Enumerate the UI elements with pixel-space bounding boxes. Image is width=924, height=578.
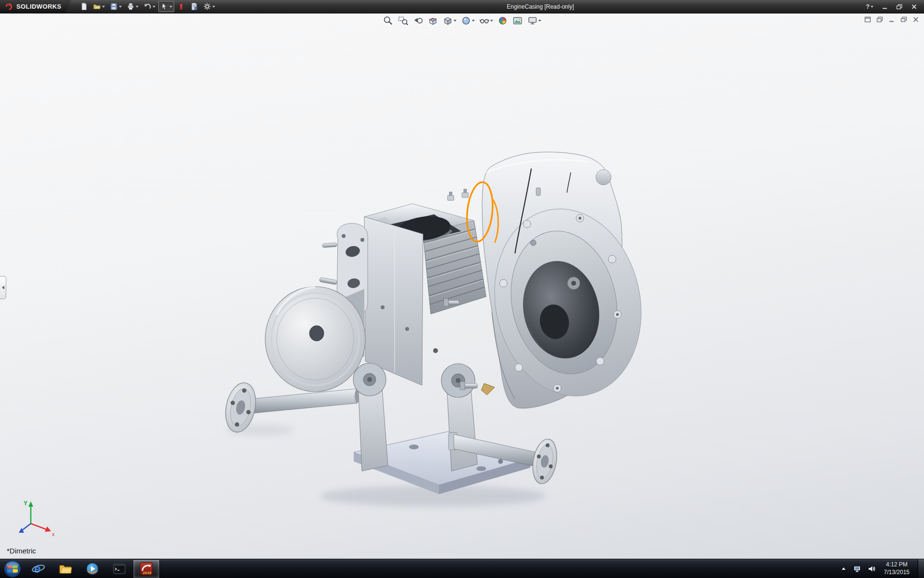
zoom-to-area-icon xyxy=(398,15,409,26)
new-document-button[interactable] xyxy=(78,1,90,12)
taskbar-item-windows-explorer[interactable] xyxy=(52,559,79,578)
network-icon xyxy=(853,565,861,573)
taskbar-item-solidworks[interactable]: 2015 xyxy=(133,559,160,578)
chevron-up-icon xyxy=(840,565,847,572)
taskbar-item-command-prompt[interactable] xyxy=(106,559,133,578)
desktop: SOLIDWORKS xyxy=(0,0,924,578)
section-view-icon xyxy=(428,15,438,26)
hidden-icons-button[interactable] xyxy=(839,565,848,573)
tray-clock[interactable]: 4:12 PM 7/13/2015 xyxy=(881,561,912,576)
doc-new-window-button[interactable] xyxy=(863,15,872,23)
dropdown-arrow-icon xyxy=(871,6,873,8)
options-gear-icon xyxy=(203,2,211,11)
zoom-to-area-button[interactable] xyxy=(397,14,410,27)
apply-scene-button[interactable] xyxy=(511,14,525,27)
orientation-triad: Y x xyxy=(11,499,59,544)
window-title: EngineCasing [Read-only] xyxy=(217,3,864,10)
doc-minimize-button[interactable] xyxy=(887,15,896,23)
command-prompt-icon xyxy=(112,562,127,576)
close-icon xyxy=(911,4,917,10)
previous-view-icon xyxy=(413,15,424,26)
graphics-area[interactable]: Y x *Dimetric xyxy=(0,13,924,559)
previous-view-button[interactable] xyxy=(411,14,425,27)
dropdown-arrow-icon xyxy=(454,20,457,22)
doc-cascade-button[interactable] xyxy=(875,15,884,23)
zoom-to-fit-button[interactable] xyxy=(382,14,395,27)
solidworks-logo-icon xyxy=(4,2,13,12)
hide-show-items-button[interactable] xyxy=(478,14,495,27)
dropdown-arrow-icon xyxy=(212,6,215,8)
apply-scene-icon xyxy=(513,15,523,26)
triad-x-label: x xyxy=(52,531,55,537)
rebuild-button[interactable] xyxy=(175,1,187,12)
rebuild-bar-icon xyxy=(177,2,185,11)
dropdown-arrow-icon xyxy=(539,20,541,22)
save-icon xyxy=(110,2,118,11)
undo-icon xyxy=(143,2,152,11)
undo-button[interactable] xyxy=(141,1,157,12)
dropdown-arrow-icon xyxy=(490,20,493,22)
minimize-button[interactable] xyxy=(880,1,890,12)
view-orientation-button[interactable] xyxy=(441,14,458,27)
select-button[interactable] xyxy=(158,1,174,12)
feature-manager-flyout-tab[interactable] xyxy=(0,276,6,299)
window-controls: ? xyxy=(864,1,924,12)
taskbar-item-internet-explorer[interactable]: e xyxy=(25,559,52,578)
edit-appearance-button[interactable] xyxy=(496,14,510,27)
help-label: ? xyxy=(866,3,870,10)
start-button[interactable] xyxy=(0,559,25,578)
doc-restore-button[interactable] xyxy=(899,15,908,23)
network-tray-button[interactable] xyxy=(852,564,862,574)
help-button[interactable]: ? xyxy=(864,1,875,12)
tray-date: 7/13/2015 xyxy=(884,569,910,577)
engine-casing-model xyxy=(0,13,924,559)
document-window-controls xyxy=(863,15,920,23)
doc-close-button[interactable] xyxy=(911,15,920,23)
zoom-to-fit-icon xyxy=(383,15,394,26)
display-style-icon xyxy=(461,15,472,26)
app-name: SOLIDWORKS xyxy=(16,3,62,10)
taskbar-apps: e xyxy=(0,559,160,578)
left-shaft xyxy=(221,380,359,435)
show-desktop-button[interactable] xyxy=(918,559,924,578)
doc-minimize-icon xyxy=(888,16,895,23)
minimize-icon xyxy=(882,4,888,10)
flywheel-cover xyxy=(265,287,365,392)
hide-show-items-icon xyxy=(479,15,490,26)
dropdown-arrow-icon xyxy=(153,6,155,8)
internet-explorer-icon: e xyxy=(31,562,46,576)
doc-new-window-icon xyxy=(864,16,871,23)
view-settings-button[interactable] xyxy=(526,14,543,27)
view-orientation-icon xyxy=(443,15,453,26)
chevron-left-icon xyxy=(2,286,4,289)
print-button[interactable] xyxy=(125,1,141,12)
view-settings-icon xyxy=(527,15,538,26)
open-icon xyxy=(93,2,101,11)
open-button[interactable] xyxy=(91,1,107,12)
dropdown-arrow-icon xyxy=(136,6,139,8)
options-button[interactable] xyxy=(201,1,217,12)
heads-up-toolbar xyxy=(382,14,543,27)
ie-glyph: e xyxy=(34,562,40,575)
restore-button[interactable] xyxy=(894,1,905,12)
crankcase-housing xyxy=(478,152,658,410)
print-icon xyxy=(127,2,135,11)
file-properties-icon xyxy=(190,2,198,11)
volume-tray-button[interactable] xyxy=(867,564,877,574)
taskbar: e xyxy=(0,559,924,578)
folder-icon xyxy=(58,562,73,576)
dropdown-arrow-icon xyxy=(102,6,105,8)
doc-restore-icon xyxy=(900,16,907,23)
taskbar-item-media-player[interactable] xyxy=(79,559,106,578)
close-button[interactable] xyxy=(909,1,919,12)
section-view-button[interactable] xyxy=(426,14,440,27)
dropdown-arrow-icon xyxy=(119,6,122,8)
view-orientation-label: *Dimetric xyxy=(7,547,36,555)
app-logo: SOLIDWORKS xyxy=(0,0,71,13)
file-properties-button[interactable] xyxy=(188,1,200,12)
solidworks-badge: 2015 xyxy=(143,570,152,575)
file-toolbar xyxy=(78,1,217,12)
tray-time: 4:12 PM xyxy=(884,561,910,569)
save-button[interactable] xyxy=(108,1,124,12)
display-style-button[interactable] xyxy=(460,14,476,27)
